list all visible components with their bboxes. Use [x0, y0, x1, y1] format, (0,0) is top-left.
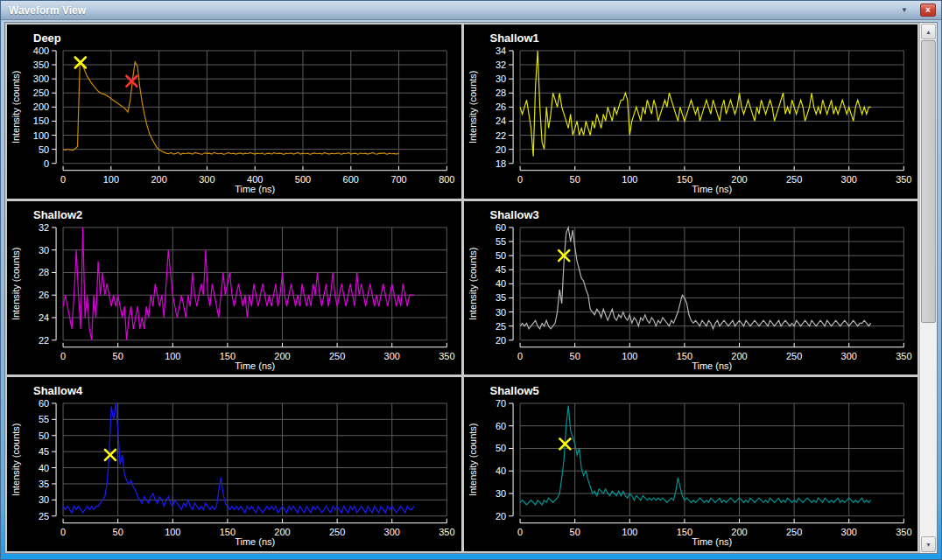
svg-text:0: 0	[517, 350, 523, 360]
chart-shallow4-plot[interactable]: 2530354045505560050100150200250300350Int…	[7, 377, 461, 551]
marker-x-icon[interactable]	[105, 450, 116, 460]
svg-text:350: 350	[896, 527, 911, 537]
svg-text:55: 55	[495, 236, 505, 247]
svg-text:45: 45	[39, 446, 49, 457]
svg-text:25: 25	[39, 511, 49, 522]
svg-text:150: 150	[676, 350, 692, 360]
y-axis-label: Intensity (counts)	[11, 71, 21, 144]
chart-title: Shallow1	[490, 32, 539, 45]
chart-title: Shallow3	[490, 208, 539, 221]
svg-text:30: 30	[495, 488, 505, 499]
chart-panel-shallow5: Shallow5 2030405060700501001502002503003…	[464, 377, 918, 551]
svg-text:150: 150	[220, 350, 236, 360]
svg-text:300: 300	[840, 527, 856, 537]
svg-text:350: 350	[439, 350, 454, 360]
svg-text:18: 18	[495, 158, 505, 169]
chart-grid: Deep 05010015020025030035040001002003004…	[5, 23, 919, 553]
chart-deep-plot[interactable]: 0501001502002503003504000100200300400500…	[7, 24, 461, 199]
marker-x-icon[interactable]	[75, 57, 86, 67]
waveform-view-window: Waveform View ▼ × Deep 05010015020025030…	[0, 0, 942, 560]
chart-panel-shallow2: Shallow2 2224262830320501001502002503003…	[7, 201, 461, 375]
chart-shallow2-plot[interactable]: 222426283032050100150200250300350Intensi…	[7, 201, 461, 375]
svg-text:50: 50	[113, 350, 123, 360]
svg-text:250: 250	[785, 527, 801, 537]
svg-text:34: 34	[495, 46, 505, 56]
close-button[interactable]: ×	[920, 4, 936, 17]
x-axis-label: Time (ns)	[692, 184, 732, 194]
svg-text:300: 300	[199, 174, 214, 185]
waveform-trace	[520, 406, 871, 505]
vertical-scrollbar[interactable]: ▲ ▼	[919, 23, 937, 553]
chart-panel-deep: Deep 05010015020025030035040001002003004…	[7, 24, 461, 199]
scroll-down-icon: ▼	[925, 542, 931, 548]
x-axis-label: Time (ns)	[235, 536, 275, 547]
svg-text:100: 100	[165, 527, 180, 537]
chart-shallow5-plot[interactable]: 203040506070050100150200250300350Intensi…	[464, 377, 918, 551]
chart-title: Deep	[33, 32, 61, 45]
svg-text:200: 200	[151, 174, 166, 185]
svg-text:26: 26	[39, 290, 49, 300]
svg-text:28: 28	[39, 267, 49, 277]
svg-text:350: 350	[439, 527, 454, 537]
svg-text:60: 60	[495, 222, 505, 233]
svg-text:32: 32	[39, 222, 49, 233]
svg-text:200: 200	[731, 350, 747, 360]
svg-text:150: 150	[33, 116, 49, 126]
svg-text:50: 50	[113, 527, 123, 537]
x-axis-label: Time (ns)	[235, 360, 275, 370]
svg-text:24: 24	[39, 312, 49, 323]
svg-text:25: 25	[495, 320, 505, 331]
svg-text:400: 400	[33, 46, 49, 56]
y-axis-label: Intensity (counts)	[11, 424, 21, 497]
svg-text:150: 150	[676, 174, 692, 185]
chart-title: Shallow2	[33, 208, 82, 221]
svg-text:350: 350	[33, 60, 49, 70]
chart-shallow3-plot[interactable]: 202530354045505560050100150200250300350I…	[464, 201, 918, 375]
scrollbar-track[interactable]	[921, 40, 936, 536]
svg-text:200: 200	[274, 350, 290, 360]
svg-text:50: 50	[495, 444, 505, 454]
svg-text:0: 0	[60, 527, 66, 537]
scrollbar-thumb[interactable]	[921, 40, 936, 323]
svg-text:50: 50	[39, 430, 49, 441]
svg-text:30: 30	[39, 244, 49, 255]
svg-text:60: 60	[39, 398, 49, 409]
scroll-down-button[interactable]: ▼	[921, 536, 936, 552]
svg-text:20: 20	[495, 144, 505, 155]
svg-text:600: 600	[343, 174, 359, 185]
svg-text:70: 70	[495, 398, 505, 409]
chart-shallow1-plot[interactable]: 182022242628303234050100150200250300350I…	[464, 24, 918, 199]
x-axis-label: Time (ns)	[235, 184, 275, 194]
y-axis-label: Intensity (counts)	[467, 247, 478, 320]
svg-text:800: 800	[439, 174, 454, 185]
svg-text:40: 40	[39, 463, 49, 473]
waveform-trace	[520, 228, 871, 329]
svg-text:35: 35	[39, 479, 49, 489]
axes	[52, 228, 446, 347]
svg-text:50: 50	[569, 174, 580, 185]
y-axis-label: Intensity (counts)	[11, 247, 21, 320]
svg-text:45: 45	[495, 264, 505, 275]
scroll-up-icon: ▲	[925, 29, 931, 35]
svg-text:100: 100	[165, 350, 180, 360]
svg-text:60: 60	[495, 421, 505, 431]
titlebar[interactable]: Waveform View ▼ ×	[1, 1, 941, 20]
scroll-up-button[interactable]: ▲	[921, 24, 936, 39]
waveform-trace	[63, 62, 398, 155]
svg-text:50: 50	[569, 350, 580, 360]
axes	[509, 403, 903, 523]
chevron-down-icon[interactable]: ▼	[901, 1, 908, 20]
svg-text:100: 100	[33, 130, 49, 141]
x-axis-label: Time (ns)	[692, 536, 732, 547]
svg-text:40: 40	[495, 278, 505, 289]
svg-text:0: 0	[60, 174, 66, 185]
svg-text:20: 20	[495, 511, 505, 522]
chart-client-area: Deep 05010015020025030035040001002003004…	[4, 22, 938, 554]
svg-text:150: 150	[676, 527, 692, 537]
svg-text:55: 55	[39, 415, 49, 425]
svg-text:50: 50	[495, 250, 505, 261]
svg-text:350: 350	[896, 174, 911, 185]
y-axis-label: Intensity (counts)	[467, 71, 478, 144]
svg-text:200: 200	[274, 527, 290, 537]
svg-text:24: 24	[495, 116, 505, 126]
